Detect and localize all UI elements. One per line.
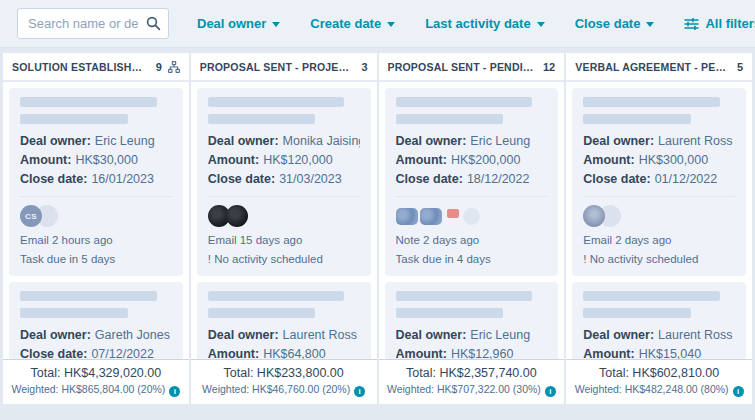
info-icon[interactable]: i [169, 386, 180, 397]
filter-deal-owner[interactable]: Deal owner [197, 16, 280, 31]
deal-card[interactable]: Deal owner:Laurent Ross Amount:HK$64,800… [197, 282, 371, 359]
field-label: Amount: [396, 347, 447, 359]
field-label: Deal owner: [583, 134, 654, 148]
field-label: Close date: [20, 172, 87, 186]
column-footer: Total: HK$4,329,020.00 Weighted: HK$865,… [3, 359, 189, 404]
avatar-row [396, 204, 548, 228]
column-header: VERBAL AGREEMENT - PENDING SLA 5 [566, 53, 752, 82]
redacted-deal-subtitle [583, 114, 691, 124]
field-value: HK$15,040 [639, 347, 702, 359]
all-filters-button[interactable]: All filters (0) [684, 16, 755, 31]
activity-line: Note 2 days ago [396, 232, 548, 249]
redacted-deal-name [208, 97, 345, 107]
field-label: Amount: [583, 347, 634, 359]
column-weighted: Weighted: HK$707,322.00 (30%)i [381, 382, 563, 397]
column-count: 5 [737, 61, 743, 73]
deal-card[interactable]: Deal owner:Laurent Ross Amount:HK$300,00… [572, 88, 746, 276]
filter-last-activity-date[interactable]: Last activity date [425, 16, 545, 31]
redacted-deal-name [583, 291, 720, 301]
field-value: 16/01/2023 [91, 172, 154, 186]
deal-field: Deal owner:Gareth Jones [20, 326, 172, 345]
info-icon[interactable]: i [733, 386, 744, 397]
filter-label: Close date [575, 16, 641, 31]
chevron-down-icon [537, 22, 545, 27]
redacted-deal-name [208, 291, 345, 301]
column-title: PROPOSAL SENT - PROJECT ON HOLD [200, 61, 355, 73]
activity-line: ! No activity scheduled [208, 251, 360, 268]
field-label: Deal owner: [20, 328, 91, 342]
activity-line: Task due in 4 days [396, 251, 548, 268]
deal-field: Close date:31/03/2023 [208, 170, 360, 189]
column-footer: Total: HK$602,810.00 Weighted: HK$482,24… [566, 359, 752, 404]
card-divider [20, 196, 172, 197]
column-solution-established: SOLUTION ESTABLISHED - NEW ... 9 Deal ow… [3, 53, 189, 404]
weighted-text: Weighted: HK$46,760.00 (20%) [202, 383, 350, 395]
deal-field: Amount:HK$30,000 [20, 151, 172, 170]
deal-card[interactable]: Deal owner:Eric Leung Amount:HK$12,960 C… [385, 282, 559, 359]
field-value: HK$12,960 [451, 347, 514, 359]
field-value: HK$120,000 [263, 153, 333, 167]
column-weighted: Weighted: HK$46,760.00 (20%)i [193, 382, 375, 397]
column-proposal-pending-agreement: PROPOSAL SENT - PENDING AGRE... 12 Deal … [379, 53, 565, 404]
deal-field: Close date:18/12/2022 [396, 170, 548, 189]
column-header: SOLUTION ESTABLISHED - NEW ... 9 [3, 53, 189, 82]
deal-card[interactable]: Deal owner:Laurent Ross Amount:HK$15,040… [572, 282, 746, 359]
column-body: Deal owner:Monika Jaisinghani Amount:HK$… [191, 82, 377, 359]
deal-field: Deal owner:Laurent Ross [583, 326, 735, 345]
column-proposal-on-hold: PROPOSAL SENT - PROJECT ON HOLD 3 Deal o… [191, 53, 377, 404]
column-title: PROPOSAL SENT - PENDING AGRE... [388, 61, 537, 73]
chevron-down-icon [646, 22, 654, 27]
deal-card[interactable]: Deal owner:Monika Jaisinghani Amount:HK$… [197, 88, 371, 276]
column-body: Deal owner:Eric Leung Amount:HK$200,000 … [379, 82, 565, 359]
field-value: 18/12/2022 [467, 172, 530, 186]
redacted-deal-subtitle [208, 308, 316, 318]
field-label: Deal owner: [208, 328, 279, 342]
field-label: Amount: [20, 153, 71, 167]
filter-close-date[interactable]: Close date [575, 16, 655, 31]
redacted-deal-subtitle [396, 114, 504, 124]
redacted-deal-name [20, 291, 157, 301]
redacted-deal-name [396, 97, 533, 107]
card-divider [396, 196, 548, 197]
field-value: HK$300,000 [639, 153, 709, 167]
deal-field: Deal owner:Eric Leung [20, 132, 172, 151]
deal-field: Close date:01/12/2022 [583, 170, 735, 189]
info-icon[interactable]: i [354, 386, 365, 397]
column-footer: Total: HK$233,800.00 Weighted: HK$46,760… [191, 359, 377, 404]
avatar[interactable]: CS [20, 205, 42, 227]
avatar-row: CS [20, 204, 172, 228]
chevron-down-icon [272, 22, 280, 27]
filter-create-date[interactable]: Create date [310, 16, 395, 31]
redacted-deal-name [583, 97, 720, 107]
redacted-deal-subtitle [20, 114, 128, 124]
field-value: 01/12/2022 [655, 172, 718, 186]
avatar-placeholder[interactable] [463, 208, 480, 225]
deal-card[interactable]: Deal owner:Eric Leung Amount:HK$30,000 C… [9, 88, 183, 276]
field-value: Monika Jaisinghani [283, 134, 360, 148]
search-icon[interactable] [146, 16, 161, 31]
field-label: Close date: [396, 172, 463, 186]
all-filters-label: All filters (0) [705, 16, 755, 31]
avatar-redacted[interactable] [226, 205, 248, 227]
avatar-redacted[interactable] [447, 209, 459, 218]
sitemap-icon[interactable] [168, 61, 180, 73]
avatar-redacted[interactable] [396, 208, 418, 225]
column-weighted: Weighted: HK$865,804.00 (20%)i [5, 382, 187, 397]
field-label: Amount: [208, 153, 259, 167]
field-label: Deal owner: [20, 134, 91, 148]
field-value: Gareth Jones [95, 328, 170, 342]
filter-label: Last activity date [425, 16, 531, 31]
column-body: Deal owner:Eric Leung Amount:HK$30,000 C… [3, 82, 189, 359]
column-total: Total: HK$4,329,020.00 [5, 365, 187, 381]
deal-field: Amount:HK$120,000 [208, 151, 360, 170]
deal-field: Deal owner:Eric Leung [396, 326, 548, 345]
avatar-redacted[interactable] [420, 208, 442, 225]
activity-line: ! No activity scheduled [583, 251, 735, 268]
deal-card[interactable]: Deal owner:Gareth Jones Close date:07/12… [9, 282, 183, 359]
activity-line: Task due in 5 days [20, 251, 172, 268]
field-label: Deal owner: [396, 328, 467, 342]
card-divider [208, 196, 360, 197]
info-icon[interactable]: i [545, 386, 556, 397]
deal-card[interactable]: Deal owner:Eric Leung Amount:HK$200,000 … [385, 88, 559, 276]
deal-board: SOLUTION ESTABLISHED - NEW ... 9 Deal ow… [0, 48, 755, 419]
